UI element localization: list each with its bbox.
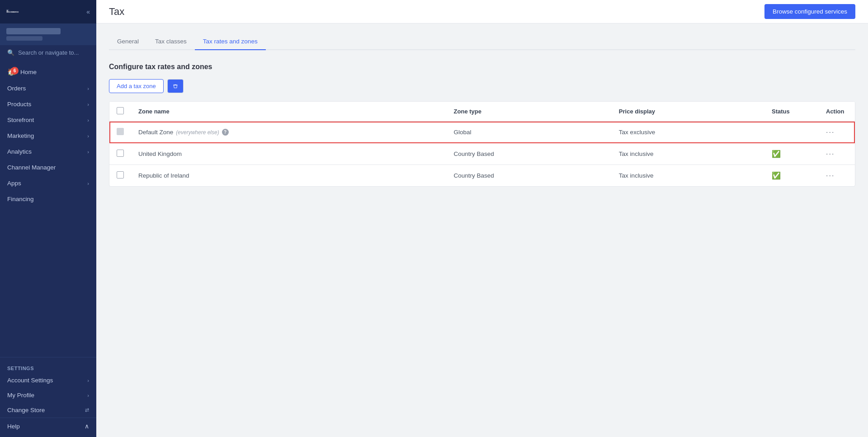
sidebar-collapse-button[interactable]: « — [86, 8, 90, 15]
price-display-cell: Tax inclusive — [612, 165, 764, 187]
change-store-label: Change Store — [7, 407, 45, 414]
sidebar-item-products-label: Products — [7, 101, 31, 108]
sidebar-item-marketing[interactable]: Marketing › — [0, 128, 96, 144]
sidebar-item-channel-manager[interactable]: Channel Manager — [0, 160, 96, 175]
row-checkbox-cell[interactable] — [109, 165, 131, 187]
price-display-cell: Tax inclusive — [612, 143, 764, 165]
tab-tax-rates-zones[interactable]: Tax rates and zones — [195, 34, 266, 50]
tab-tax-classes[interactable]: Tax classes — [147, 34, 195, 50]
action-cell: ··· — [819, 122, 855, 143]
tax-zones-table: Zone name Zone type Price display Status… — [109, 101, 855, 187]
sidebar-item-products[interactable]: Products › — [0, 96, 96, 112]
zone-type-cell: Global — [447, 122, 612, 143]
delete-button[interactable] — [167, 79, 184, 93]
toolbar: Add a tax zone — [109, 79, 855, 93]
chevron-right-icon: › — [87, 378, 89, 383]
column-header-action: Action — [819, 102, 855, 122]
chevron-right-icon: › — [87, 117, 89, 123]
table-row: Default Zone (everywhere else) ? Global … — [109, 122, 855, 143]
sidebar-item-financing-label: Financing — [7, 196, 34, 202]
help-icon[interactable]: ? — [222, 129, 229, 136]
sidebar-item-orders[interactable]: Orders › — [0, 80, 96, 96]
store-url-blur — [6, 36, 42, 41]
chevron-right-icon: › — [87, 393, 89, 398]
sidebar-item-home[interactable]: 🏠 Home 6 — [0, 63, 96, 80]
sidebar-header: BIGCOMMERCE B « — [0, 0, 96, 23]
chevron-right-icon: › — [87, 133, 89, 139]
sidebar-item-financing[interactable]: Financing — [0, 191, 96, 207]
tabs-row: General Tax classes Tax rates and zones — [109, 34, 855, 50]
zone-name: Default Zone — [138, 129, 173, 136]
chevron-right-icon: › — [87, 149, 89, 155]
zone-name-cell: United Kingdom — [131, 143, 447, 165]
sidebar-item-my-profile[interactable]: My Profile › — [0, 388, 96, 403]
action-menu-button[interactable]: ··· — [826, 128, 835, 136]
sidebar-store — [0, 23, 96, 46]
page-title: Tax — [109, 6, 124, 18]
add-tax-zone-button[interactable]: Add a tax zone — [109, 79, 164, 93]
help-label: Help — [7, 423, 20, 430]
action-cell: ··· — [819, 143, 855, 165]
status-active-icon: ✅ — [772, 172, 781, 179]
logo-area: BIGCOMMERCE B — [6, 5, 21, 19]
sidebar-help[interactable]: Help ∧ — [0, 418, 96, 434]
sidebar-item-apps[interactable]: Apps › — [0, 175, 96, 191]
chevron-up-icon: ∧ — [85, 423, 89, 430]
sidebar-item-account-settings[interactable]: Account Settings › — [0, 373, 96, 388]
row-checkbox-cell[interactable] — [109, 122, 131, 143]
chevron-right-icon: › — [87, 181, 89, 186]
zone-name: Republic of Ireland — [138, 172, 189, 179]
price-display-cell: Tax exclusive — [612, 122, 764, 143]
row-checkbox[interactable] — [117, 150, 124, 157]
account-settings-label: Account Settings — [7, 377, 53, 384]
column-header-price-display: Price display — [612, 102, 764, 122]
zone-type-cell: Country Based — [447, 143, 612, 165]
sidebar-item-storefront[interactable]: Storefront › — [0, 112, 96, 128]
column-header-zone-name: Zone name — [131, 102, 447, 122]
row-checkbox-cell[interactable] — [109, 143, 131, 165]
table-row: Republic of Ireland Country Based Tax in… — [109, 165, 855, 187]
column-header-zone-type: Zone type — [447, 102, 612, 122]
sidebar-item-home-label: Home — [20, 69, 37, 75]
sidebar-item-marketing-label: Marketing — [7, 132, 34, 139]
zone-sub-label: (everywhere else) — [176, 129, 219, 136]
content-area: General Tax classes Tax rates and zones … — [96, 23, 868, 197]
sidebar-footer: Settings Account Settings › My Profile ›… — [0, 357, 96, 437]
zone-type-cell: Country Based — [447, 165, 612, 187]
store-name-blur — [6, 28, 61, 34]
table-row: United Kingdom Country Based Tax inclusi… — [109, 143, 855, 165]
sidebar-item-storefront-label: Storefront — [7, 117, 34, 123]
action-cell: ··· — [819, 165, 855, 187]
sidebar-nav: 🏠 Home 6 Orders › Products › Storefront … — [0, 60, 96, 357]
search-label: Search or navigate to... — [18, 49, 79, 56]
action-menu-button[interactable]: ··· — [826, 150, 835, 158]
sidebar-item-analytics-label: Analytics — [7, 148, 32, 155]
trash-icon — [173, 83, 178, 89]
select-all-checkbox[interactable] — [117, 107, 124, 114]
status-cell: ✅ — [764, 143, 819, 165]
sidebar-search[interactable]: 🔍 Search or navigate to... — [0, 46, 96, 60]
sidebar-item-analytics[interactable]: Analytics › — [0, 144, 96, 160]
zone-name-cell: Default Zone (everywhere else) ? — [131, 122, 447, 143]
status-cell: ✅ — [764, 165, 819, 187]
top-bar: Tax Browse configured services — [96, 0, 868, 23]
action-menu-button[interactable]: ··· — [826, 172, 835, 179]
zone-name-cell: Republic of Ireland — [131, 165, 447, 187]
bigcommerce-logo: BIGCOMMERCE B — [6, 5, 21, 19]
zone-name: United Kingdom — [138, 150, 182, 157]
tab-general[interactable]: General — [109, 34, 147, 50]
browse-configured-services-button[interactable]: Browse configured services — [764, 4, 855, 19]
section-title: Configure tax rates and zones — [109, 63, 855, 71]
table-header-checkbox[interactable] — [109, 102, 131, 122]
row-checkbox[interactable] — [117, 128, 124, 135]
sidebar: BIGCOMMERCE B « 🔍 Search or navigate to.… — [0, 0, 96, 437]
sidebar-item-apps-label: Apps — [7, 180, 21, 187]
column-header-status: Status — [764, 102, 819, 122]
chevron-right-icon: › — [87, 86, 89, 91]
status-cell — [764, 122, 819, 143]
change-store-icon: ⇄ — [85, 407, 89, 413]
row-checkbox[interactable] — [117, 171, 124, 179]
my-profile-label: My Profile — [7, 392, 34, 399]
sidebar-item-change-store[interactable]: Change Store ⇄ — [0, 403, 96, 418]
status-active-icon: ✅ — [772, 150, 781, 158]
